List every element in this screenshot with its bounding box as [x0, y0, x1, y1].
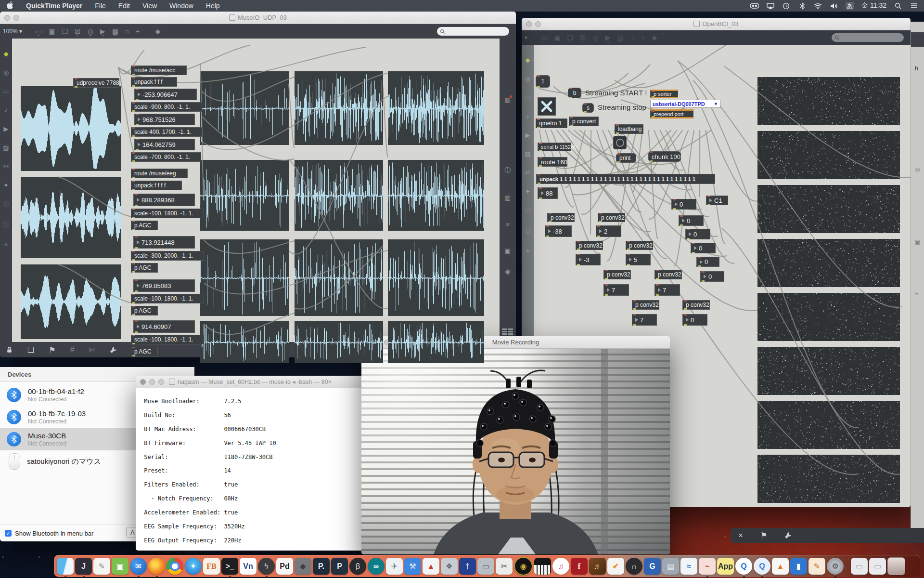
zero-number[interactable]: 0	[685, 229, 710, 239]
spotlight-icon[interactable]	[894, 2, 902, 10]
dock-g-home-app[interactable]: G	[644, 558, 661, 575]
time-machine-icon[interactable]	[782, 2, 791, 10]
object-palette[interactable]: ▭▾ ▣ ❏ ☒▾ ◎▾ ▶▾ ▤▾ ○ + ◆	[541, 34, 657, 41]
window-controls[interactable]	[4, 15, 19, 21]
video-icon[interactable]: ▶	[4, 125, 9, 132]
scale-object[interactable]: scale -900. 800. -1. 1.	[131, 102, 202, 112]
favorites-icon[interactable]: ★	[3, 241, 9, 248]
dock-jedit[interactable]: J	[75, 558, 92, 575]
unpack-object[interactable]: unpack f f f f	[131, 181, 182, 190]
dock-xplane[interactable]: ✈	[386, 558, 403, 575]
wifi-icon[interactable]	[814, 2, 822, 10]
inspector-icon[interactable]: ◎	[525, 75, 530, 82]
agc-subpatch[interactable]: p AGC	[131, 221, 158, 230]
dock-itunes[interactable]: ♫	[552, 558, 569, 575]
dock-fb-app[interactable]: FB	[203, 558, 220, 575]
vizzie-icon[interactable]: ⓥ	[3, 200, 9, 209]
beap-icon[interactable]: ⓑ	[525, 227, 531, 236]
presentation-flag-icon[interactable]: ⚑	[760, 531, 767, 540]
dock-quicktime7[interactable]: Q	[754, 558, 770, 575]
scale-object[interactable]: scale -100. 1800. -1. 1.	[131, 335, 204, 344]
route-object[interactable]: route 160	[538, 157, 567, 167]
acc-number[interactable]: 164.062759	[134, 139, 195, 150]
menu-clock[interactable]: 金 11:32	[861, 1, 886, 10]
number-box-88[interactable]: 88	[538, 187, 558, 199]
zoom-button[interactable]	[158, 379, 164, 385]
route-eeg-object[interactable]: route /muse/eeg	[131, 169, 188, 178]
p-conv32-subpatch[interactable]: p conv32	[576, 241, 603, 250]
dock-quicktime[interactable]: Q	[735, 558, 752, 575]
unpack-object[interactable]: unpack f f f	[131, 77, 177, 87]
window-controls[interactable]	[526, 21, 541, 27]
close-button[interactable]	[526, 21, 532, 27]
dock-cube-app[interactable]: ◆	[295, 558, 311, 575]
acc-number[interactable]: 968.751526	[134, 114, 195, 125]
dock-vlc[interactable]: ▲	[772, 558, 789, 575]
object-box-icon[interactable]: ▭▾	[541, 34, 547, 41]
menu-item-window[interactable]: Window	[169, 2, 193, 10]
panels-icon[interactable]: ▥	[505, 194, 511, 201]
presentation-mode-icon[interactable]: ⚑	[49, 345, 55, 355]
menu-item-edit[interactable]: Edit	[118, 2, 130, 10]
zero-number[interactable]: 0	[679, 215, 704, 226]
add-object-icon[interactable]: +	[136, 27, 140, 35]
dock-appcleaner[interactable]: App	[717, 558, 734, 575]
close-button[interactable]	[4, 15, 10, 21]
conv32-number[interactable]: 7	[632, 314, 657, 326]
comment-icon[interactable]: ❏	[62, 27, 68, 35]
dock-finder[interactable]	[57, 558, 74, 575]
dock-textedit[interactable]: ✎	[93, 558, 110, 575]
conv32-number[interactable]: 7	[654, 284, 680, 296]
zoom-control[interactable]: 100% ▾	[3, 28, 22, 35]
patcher-windows-icon[interactable]: ❏	[27, 345, 34, 355]
dock-arduino[interactable]: ∞	[368, 558, 385, 575]
streaming-start-button[interactable]: b	[568, 88, 581, 98]
info-icon[interactable]: ⓘ	[505, 166, 511, 175]
dial-icon[interactable]: ◎▾	[593, 34, 599, 41]
p-conv32-subpatch[interactable]: p conv32	[682, 300, 710, 310]
object-palette[interactable]: ▭▾ ▣ ❏ ☒▾ ◎▾ ▶▾ ▤▾ ○ + ◆	[36, 27, 160, 35]
dock-blue-book-app[interactable]: †	[459, 558, 476, 575]
dock-waveform-app[interactable]: ~	[699, 558, 716, 575]
dock-flash[interactable]: f	[571, 558, 588, 575]
conv32-number[interactable]: 2	[596, 225, 621, 237]
console-icon[interactable]: ▭	[3, 88, 9, 95]
list-object-icon[interactable]: ▤▾	[617, 34, 624, 41]
minimize-button[interactable]	[13, 15, 19, 21]
dock-terminal[interactable]: >_	[221, 558, 238, 575]
menu-item-file[interactable]: File	[95, 2, 106, 10]
apple-menu[interactable]	[7, 1, 13, 11]
dock-midi-keyboard-app[interactable]	[534, 558, 551, 575]
agc-subpatch[interactable]: p AGC	[131, 347, 158, 356]
wrench-icon[interactable]	[784, 532, 792, 539]
list-object-icon[interactable]: ▤▾	[112, 27, 118, 35]
bluetooth-icon[interactable]	[798, 2, 807, 10]
c1-number[interactable]: C1	[706, 196, 728, 205]
attach-icon[interactable]: ✄	[89, 345, 95, 355]
dock-garageband[interactable]: ♬	[589, 558, 606, 575]
inspector-icon[interactable]: ◎	[3, 69, 9, 76]
close-button[interactable]	[140, 379, 146, 385]
message-box-one[interactable]: 1	[536, 75, 550, 88]
dock-vnc[interactable]: Vn	[240, 558, 257, 575]
object-explorer-icon[interactable]: ◆	[526, 56, 530, 64]
dock-processing[interactable]: P	[331, 558, 348, 575]
favorites-icon[interactable]: ★	[525, 247, 531, 254]
toggle-icon[interactable]: ☒▾	[580, 34, 586, 41]
dial-icon[interactable]: ◎▾	[88, 27, 93, 35]
dock-puredata[interactable]: Pd	[276, 558, 293, 575]
chunk-message[interactable]: chunk 100	[648, 151, 681, 162]
udpreceive-object[interactable]: udpreceive 7788	[73, 78, 119, 88]
comment-icon[interactable]: ❏	[567, 34, 574, 41]
zero-number[interactable]: 0	[671, 199, 696, 210]
dock-minimized-window[interactable]: ▭	[851, 558, 868, 575]
agc-subpatch[interactable]: p AGC	[131, 263, 158, 273]
dock-processing-pde[interactable]: P.	[313, 558, 330, 575]
conv32-number[interactable]: 0	[682, 314, 707, 326]
notification-center-icon[interactable]	[910, 2, 918, 10]
eeg-number[interactable]: 713.921448	[133, 236, 195, 249]
circle-object-icon[interactable]: ○	[630, 34, 634, 41]
dock-checkmark-app[interactable]: ✔	[607, 558, 624, 575]
audio-icon[interactable]: ♪	[526, 113, 529, 120]
conv32-number[interactable]: 5	[626, 254, 651, 265]
